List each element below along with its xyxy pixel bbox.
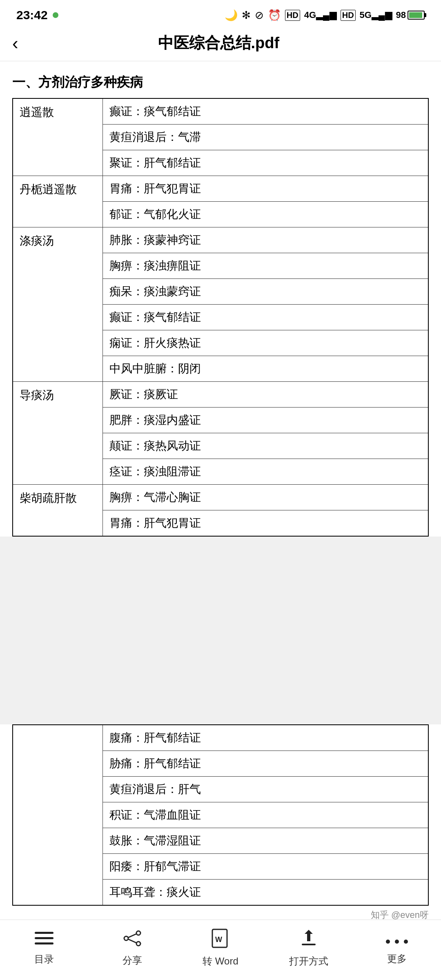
table-row: 丹栀逍遥散 胃痛：肝气犯胃证 (13, 176, 428, 202)
back-button[interactable]: ‹ (12, 34, 18, 52)
indication-cell: 肥胖：痰湿内盛证 (102, 408, 428, 433)
indication-cell: 癫证：痰气郁结证 (102, 305, 428, 330)
indication-cell: 中风中脏腑：阴闭 (102, 356, 428, 382)
indication-cell: 腹痛：肝气郁结证 (102, 725, 428, 751)
moon-icon: 🌙 (225, 9, 238, 22)
indication-cell: 郁证：气郁化火证 (102, 202, 428, 227)
hd-badge: HD (285, 10, 300, 21)
indication-cell: 肺胀：痰蒙神窍证 (102, 227, 428, 253)
svg-line-6 (128, 934, 136, 938)
svg-line-7 (128, 939, 136, 943)
table-row: 柴胡疏肝散 胸痹：气滞心胸证 (13, 485, 428, 510)
signal-4g: 4G▂▄▆ (304, 10, 336, 20)
svg-text:W: W (215, 935, 222, 944)
svg-rect-0 (35, 932, 53, 934)
toolbar-share[interactable]: 分享 (104, 929, 161, 967)
medicine-table: 逍遥散 癫证：痰气郁结证 黄疸消退后：气滞 聚证：肝气郁结证 丹栀逍遥散 胃痛：… (12, 98, 429, 537)
more-label: 更多 (387, 952, 407, 965)
formula-cell: 逍遥散 (13, 98, 102, 176)
section-heading: 一、方剂治疗多种疾病 (12, 74, 429, 91)
medicine-table-2: 腹痛：肝气郁结证 胁痛：肝气郁结证 黄疸消退后：肝气 积证：气滞血阻证 鼓胀：气… (12, 724, 429, 906)
pdf-page-1: 一、方剂治疗多种疾病 逍遥散 癫证：痰气郁结证 黄疸消退后：气滞 聚证：肝气郁结… (0, 61, 441, 537)
word-label: 转 Word (203, 955, 238, 968)
indication-cell: 胸痹：气滞心胸证 (102, 485, 428, 510)
indication-cell: 聚证：肝气郁结证 (102, 150, 428, 176)
indication-cell: 厥证：痰厥证 (102, 382, 428, 408)
formula-cell: 柴胡疏肝散 (13, 485, 102, 537)
indication-cell: 痴呆：痰浊蒙窍证 (102, 279, 428, 305)
table-row: 涤痰汤 肺胀：痰蒙神窍证 (13, 227, 428, 253)
table-row: 导痰汤 厥证：痰厥证 (13, 382, 428, 408)
indication-cell: 颠证：痰热风动证 (102, 433, 428, 459)
svg-point-11 (386, 940, 390, 944)
nfc-icon: ⊘ (255, 9, 264, 22)
svg-rect-2 (35, 942, 53, 944)
status-icons: 🌙 ✻ ⊘ ⏰ HD 4G▂▄▆ HD 5G▂▄▆ 98 (225, 9, 425, 22)
share-icon (123, 929, 142, 951)
svg-rect-1 (35, 937, 53, 939)
status-dot (53, 12, 58, 18)
indication-cell: 胸痹：痰浊痹阻证 (102, 253, 428, 279)
menu-icon (35, 930, 53, 949)
alarm-icon: ⏰ (268, 9, 281, 22)
svg-point-12 (395, 940, 399, 944)
open-icon (299, 928, 318, 951)
menu-label: 目录 (34, 953, 54, 966)
battery-indicator: 98 (396, 10, 425, 20)
pdf-page-2: 腹痛：肝气郁结证 胁痛：肝气郁结证 黄疸消退后：肝气 积证：气滞血阻证 鼓胀：气… (0, 724, 441, 906)
formula-cell-empty (13, 725, 102, 905)
indication-cell: 痉证：痰浊阻滞证 (102, 459, 428, 485)
indication-cell: 痫证：肝火痰热证 (102, 330, 428, 356)
indication-cell: 耳鸣耳聋：痰火证 (102, 880, 428, 906)
toolbar-word[interactable]: W 转 Word (192, 928, 249, 968)
indication-cell: 胁痛：肝气郁结证 (102, 751, 428, 777)
page-gap (0, 537, 441, 724)
formula-cell: 丹栀逍遥散 (13, 176, 102, 227)
indication-cell: 鼓胀：气滞湿阻证 (102, 828, 428, 854)
table-row: 逍遥散 癫证：痰气郁结证 (13, 98, 428, 125)
toolbar-open[interactable]: 打开方式 (280, 928, 337, 968)
open-label: 打开方式 (289, 955, 328, 968)
table-row: 腹痛：肝气郁结证 (13, 725, 428, 751)
formula-cell: 导痰汤 (13, 382, 102, 485)
svg-rect-10 (302, 944, 316, 945)
bottom-toolbar: 目录 分享 W 转 Word (0, 920, 441, 980)
toolbar-menu[interactable]: 目录 (16, 930, 73, 966)
signal-5g: 5G▂▄▆ (360, 10, 392, 20)
toolbar-more[interactable]: 更多 (368, 931, 425, 965)
top-nav: ‹ 中医综合总结.pdf (0, 29, 441, 61)
more-icon (385, 931, 408, 949)
indication-cell: 黄疸消退后：肝气 (102, 777, 428, 802)
svg-point-5 (136, 942, 140, 946)
indication-cell: 癫证：痰气郁结证 (102, 98, 428, 125)
indication-cell: 黄疸消退后：气滞 (102, 125, 428, 150)
indication-cell: 胃痛：肝气犯胃证 (102, 176, 428, 202)
status-bar: 23:42 🌙 ✻ ⊘ ⏰ HD 4G▂▄▆ HD 5G▂▄▆ 98 (0, 0, 441, 29)
formula-cell: 涤痰汤 (13, 227, 102, 382)
svg-point-13 (404, 940, 408, 944)
bluetooth-icon: ✻ (242, 9, 251, 22)
page-title: 中医综合总结.pdf (27, 33, 411, 53)
hd-5g-badge: HD (341, 10, 356, 21)
indication-cell: 阳痿：肝郁气滞证 (102, 854, 428, 880)
indication-cell: 胃痛：肝气犯胃证 (102, 510, 428, 537)
svg-point-3 (124, 936, 128, 940)
share-label: 分享 (122, 954, 142, 967)
status-time: 23:42 (16, 8, 48, 22)
svg-point-4 (136, 931, 140, 935)
word-icon: W (211, 928, 230, 951)
indication-cell: 积证：气滞血阻证 (102, 802, 428, 828)
